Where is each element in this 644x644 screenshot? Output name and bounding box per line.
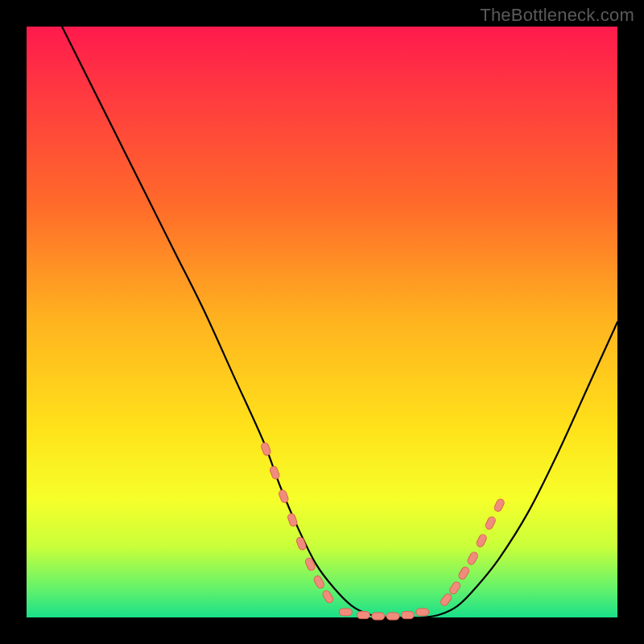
- bottleneck-curve: [62, 27, 617, 617]
- chart-svg: [27, 27, 617, 617]
- data-markers: [260, 442, 505, 620]
- data-marker: [278, 489, 289, 503]
- data-marker: [260, 442, 271, 456]
- data-marker: [312, 575, 325, 589]
- data-marker: [457, 566, 470, 580]
- data-marker: [401, 612, 414, 619]
- data-marker: [304, 557, 316, 572]
- data-marker: [357, 612, 369, 619]
- data-marker: [440, 592, 453, 607]
- data-marker: [466, 551, 479, 565]
- chart-frame: TheBottleneck.com: [0, 0, 644, 644]
- data-marker: [372, 613, 385, 620]
- watermark-text: TheBottleneck.com: [480, 5, 634, 26]
- data-marker: [416, 609, 429, 616]
- data-marker: [493, 497, 506, 512]
- data-marker: [476, 533, 488, 547]
- data-marker: [295, 536, 307, 551]
- data-marker: [339, 609, 352, 616]
- data-marker: [448, 580, 461, 595]
- plot-area: [27, 27, 617, 617]
- data-marker: [485, 515, 497, 530]
- data-marker: [321, 589, 334, 604]
- data-marker: [269, 465, 280, 480]
- data-marker: [386, 613, 399, 620]
- data-marker: [287, 513, 298, 527]
